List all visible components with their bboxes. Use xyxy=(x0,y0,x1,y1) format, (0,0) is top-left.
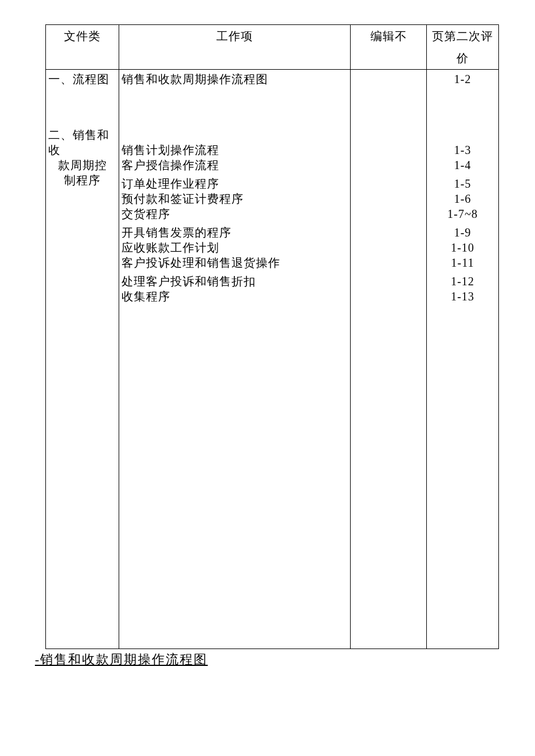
page-ref: 1-13 xyxy=(429,289,496,304)
document-page: 文件类 工作项 编辑不 页第二次评价 一、流程图 二、销售和收 款周期控 制程序… xyxy=(0,0,535,756)
cell-work-items: 销售和收款周期操作流程图 销售计划操作流程 客户授信操作流程 订单处理作业程序 … xyxy=(119,70,351,649)
cell-pages: 1-2 1-3 1-4 1-5 1-6 1-7~8 1-9 1-10 1-11 … xyxy=(427,70,499,649)
page-ref: 1-7~8 xyxy=(429,206,496,221)
work-item: 订单处理作业程序 xyxy=(122,176,348,191)
work-item: 应收账款工作计划 xyxy=(122,240,348,255)
index-table: 文件类 工作项 编辑不 页第二次评价 一、流程图 二、销售和收 款周期控 制程序… xyxy=(45,24,499,649)
page-ref: 1-11 xyxy=(429,255,496,270)
page-ref: 1-10 xyxy=(429,240,496,255)
section-2-line3: 制程序 xyxy=(48,173,116,188)
header-edit: 编辑不 xyxy=(351,25,427,70)
cell-file-type: 一、流程图 二、销售和收 款周期控 制程序 xyxy=(46,70,119,649)
work-item: 处理客户投诉和销售折扣 xyxy=(122,274,348,289)
work-item: 交货程序 xyxy=(122,206,348,221)
page-ref: 1-3 xyxy=(429,142,496,157)
header-file-type: 文件类 xyxy=(46,25,119,70)
work-item: 收集程序 xyxy=(122,289,348,304)
page-ref: 1-2 xyxy=(454,73,472,85)
page-ref: 1-5 xyxy=(429,176,496,191)
footer-title: -销售和收款周期操作流程图 xyxy=(35,651,208,668)
section-2-line2: 款周期控 xyxy=(48,157,116,173)
work-item: 客户授信操作流程 xyxy=(122,157,348,173)
section-2-line1: 二、销售和收 xyxy=(48,128,109,156)
page-ref: 1-9 xyxy=(429,225,496,240)
header-work-item: 工作项 xyxy=(119,25,351,70)
work-item: 开具销售发票的程序 xyxy=(122,225,348,240)
work-item: 销售和收款周期操作流程图 xyxy=(122,71,348,87)
header-page: 页第二次评价 xyxy=(427,25,499,70)
page-ref: 1-12 xyxy=(429,274,496,289)
page-ref: 1-6 xyxy=(429,191,496,206)
cell-edit xyxy=(351,70,427,649)
table-body-row: 一、流程图 二、销售和收 款周期控 制程序 销售和收款周期操作流程图 销售计划操… xyxy=(46,70,499,649)
work-item: 预付款和签证计费程序 xyxy=(122,191,348,206)
work-item: 客户投诉处理和销售退货操作 xyxy=(122,255,348,270)
page-ref: 1-4 xyxy=(429,157,496,173)
work-item: 销售计划操作流程 xyxy=(122,142,348,157)
section-1-label: 一、流程图 xyxy=(48,73,109,85)
table-header-row: 文件类 工作项 编辑不 页第二次评价 xyxy=(46,25,499,70)
